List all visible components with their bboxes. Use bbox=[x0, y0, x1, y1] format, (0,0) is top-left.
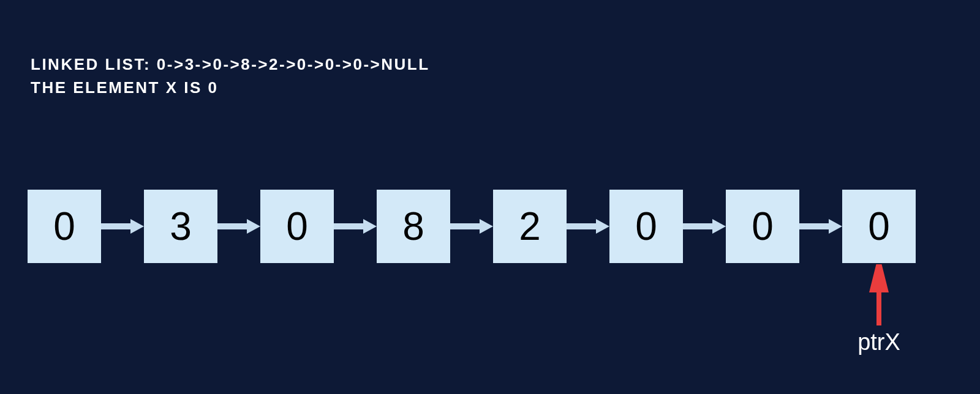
heading-line-1: LINKED LIST: 0->3->0->8->2->0->0->0->NUL… bbox=[31, 55, 430, 74]
svg-marker-3 bbox=[247, 219, 260, 234]
list-node: 8 bbox=[377, 190, 450, 263]
linked-list-row: 03082000 bbox=[28, 190, 916, 263]
link-arrow-icon bbox=[450, 219, 493, 234]
svg-marker-1 bbox=[130, 219, 144, 234]
link-arrow-icon bbox=[334, 219, 377, 234]
link-arrow-icon bbox=[683, 219, 726, 234]
list-node: 3 bbox=[144, 190, 217, 263]
list-node: 0 bbox=[28, 190, 101, 263]
list-node: 2 bbox=[493, 190, 567, 263]
link-arrow-icon bbox=[101, 219, 144, 234]
svg-marker-13 bbox=[829, 219, 842, 234]
svg-marker-9 bbox=[596, 219, 609, 234]
link-arrow-icon bbox=[799, 219, 842, 234]
list-node: 0 bbox=[609, 190, 683, 263]
list-node: 0 bbox=[842, 190, 916, 263]
link-arrow-icon bbox=[567, 219, 609, 234]
heading-line-2: THE ELEMENT X IS 0 bbox=[31, 78, 219, 97]
pointer-label: ptrX bbox=[858, 329, 900, 355]
list-node: 0 bbox=[260, 190, 334, 263]
svg-marker-5 bbox=[363, 219, 377, 234]
list-node: 0 bbox=[726, 190, 799, 263]
svg-marker-7 bbox=[480, 219, 493, 234]
pointer-arrow-icon bbox=[867, 264, 891, 325]
link-arrow-icon bbox=[217, 219, 260, 234]
svg-marker-11 bbox=[712, 219, 726, 234]
pointer-group: ptrX bbox=[848, 264, 910, 355]
